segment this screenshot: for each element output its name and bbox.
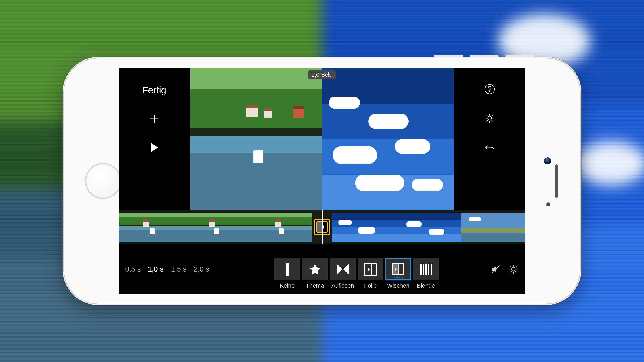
help-button[interactable] <box>484 84 495 94</box>
timeline-clip-2[interactable] <box>332 213 526 242</box>
transition-label: Wischen <box>387 282 410 289</box>
slide-icon <box>364 263 377 276</box>
right-controls <box>454 68 526 210</box>
speaker <box>555 164 558 198</box>
dissolve-icon <box>336 263 350 275</box>
svg-line-8 <box>492 120 493 122</box>
svg-rect-19 <box>425 264 427 275</box>
transition-label: Thema <box>306 282 324 289</box>
svg-rect-12 <box>365 264 376 275</box>
svg-line-32 <box>510 271 512 272</box>
none-icon <box>286 263 289 276</box>
transition-slide[interactable]: Folie <box>358 258 384 281</box>
mute-switch <box>505 55 534 57</box>
fade-icon <box>420 263 432 275</box>
duration-option[interactable]: 2,0 s <box>194 265 209 273</box>
help-icon <box>484 84 495 95</box>
left-controls: Fertig <box>118 68 190 210</box>
add-media-button[interactable] <box>149 113 160 124</box>
done-button[interactable]: Fertig <box>142 85 166 96</box>
iphone-device-frame: Fertig <box>62 57 582 305</box>
star-icon <box>309 263 321 276</box>
playhead[interactable] <box>322 211 323 244</box>
microphone <box>546 202 550 206</box>
transition-dissolve[interactable]: Auflösen <box>330 258 356 281</box>
preview-viewport[interactable]: 1,0 Sek. <box>190 68 454 210</box>
svg-rect-13 <box>371 264 372 275</box>
settings-button[interactable] <box>484 113 495 124</box>
svg-line-29 <box>510 266 512 268</box>
svg-rect-16 <box>398 264 399 274</box>
transition-none[interactable]: Keine <box>274 258 300 281</box>
svg-rect-18 <box>423 264 424 275</box>
mute-button[interactable] <box>490 264 501 275</box>
play-icon <box>149 142 160 153</box>
volume-up-button <box>434 55 463 57</box>
transition-theme[interactable]: Thema <box>302 258 328 281</box>
right-bottom-controls <box>490 264 519 275</box>
project-settings-button[interactable] <box>508 264 519 275</box>
svg-line-9 <box>492 115 493 116</box>
home-button[interactable] <box>85 163 121 199</box>
duration-options: 0,5 s 1,0 s 1,5 s 2,0 s <box>125 265 209 273</box>
gear-icon <box>508 264 518 274</box>
svg-point-24 <box>512 267 516 271</box>
transition-label: Keine <box>280 282 295 289</box>
svg-point-2 <box>488 116 492 120</box>
svg-rect-21 <box>430 264 430 275</box>
timeline-clip-1[interactable] <box>118 213 312 242</box>
transition-wipe-selected[interactable]: Wischen <box>385 258 411 281</box>
transition-fade[interactable]: Blende <box>413 258 439 281</box>
transition-duration-badge: 1,0 Sek. <box>308 70 336 79</box>
duration-option-selected[interactable]: 1,0 s <box>148 265 164 273</box>
transition-controls: 0,5 s 1,0 s 1,5 s 2,0 s Keine Thema Aufl… <box>118 245 526 294</box>
mute-icon <box>491 264 501 274</box>
duration-option[interactable]: 1,5 s <box>171 265 186 273</box>
svg-rect-17 <box>420 264 422 275</box>
preview-left-clip <box>190 68 322 210</box>
undo-icon <box>484 142 495 153</box>
play-button[interactable] <box>149 142 160 153</box>
app-screen: Fertig <box>118 68 526 294</box>
svg-rect-11 <box>286 263 289 276</box>
volume-down-button <box>470 55 499 57</box>
transition-label: Folie <box>364 282 376 289</box>
transition-label: Auflösen <box>332 282 354 289</box>
undo-button[interactable] <box>484 142 495 153</box>
svg-point-1 <box>489 91 490 92</box>
svg-point-0 <box>485 84 494 94</box>
svg-line-7 <box>486 115 488 116</box>
svg-line-30 <box>515 271 516 272</box>
duration-option[interactable]: 0,5 s <box>125 265 141 273</box>
svg-line-31 <box>515 266 516 268</box>
preview-area: Fertig <box>118 68 526 210</box>
front-camera <box>544 157 551 164</box>
gear-icon <box>484 113 495 124</box>
svg-rect-22 <box>431 264 432 275</box>
transition-tiles: Keine Thema Auflösen Folie Wische <box>222 258 490 281</box>
transition-label: Blende <box>417 282 435 289</box>
plus-icon <box>149 114 159 124</box>
svg-line-10 <box>486 120 488 122</box>
wipe-icon <box>392 264 404 275</box>
preview-right-clip <box>322 68 454 210</box>
svg-rect-20 <box>428 264 429 275</box>
